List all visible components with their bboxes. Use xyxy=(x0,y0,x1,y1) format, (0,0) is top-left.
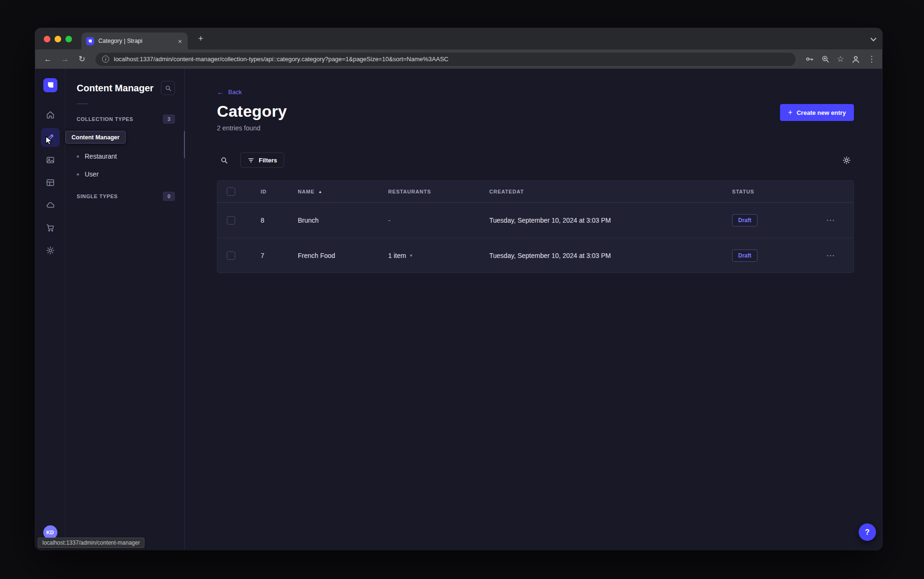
nav-home-button[interactable] xyxy=(41,105,60,124)
browser-tab[interactable]: Category | Strapi × xyxy=(81,32,188,49)
nav-marketplace-button[interactable] xyxy=(41,218,60,237)
nav-cloud-button[interactable] xyxy=(41,196,60,215)
cell-id: 8 xyxy=(261,217,264,224)
chevron-down-icon[interactable] xyxy=(870,35,876,41)
cell-id: 7 xyxy=(261,252,264,259)
filter-icon xyxy=(247,157,255,164)
url-text: localhost:1337/admin/content-manager/col… xyxy=(114,56,448,63)
row-actions-icon[interactable]: ⋯ xyxy=(826,218,835,223)
browser-menu-icon[interactable]: ⋮ xyxy=(868,55,876,63)
status-badge: Draft xyxy=(732,249,757,262)
search-icon xyxy=(165,85,172,92)
strapi-app: KD Content Manager COLLECT xyxy=(35,69,882,550)
browser-tab-strip: Category | Strapi × + xyxy=(35,28,882,49)
strapi-favicon-icon xyxy=(86,37,94,45)
toolbar-actions: ☆ ⋮ xyxy=(803,55,876,64)
header-createdat[interactable]: CREATEDAT xyxy=(489,189,524,194)
collection-types-count-badge: 3 xyxy=(163,114,175,124)
sidebar-item-restaurant[interactable]: Restaurant xyxy=(77,147,175,165)
reload-button[interactable]: ↻ xyxy=(76,54,88,64)
address-bar[interactable]: i localhost:1337/admin/content-manager/c… xyxy=(96,53,796,66)
sidebar-title: Content Manager xyxy=(77,83,153,94)
mouse-cursor xyxy=(44,136,54,146)
sidebar-search-button[interactable] xyxy=(161,81,175,95)
entries-table: ID NAME ▲ RESTAURANTS CREATEDAT STATUS 8 xyxy=(217,180,854,273)
header-id[interactable]: ID xyxy=(261,189,267,194)
create-new-entry-label: Create new entry xyxy=(797,109,846,116)
cell-createdat: Tuesday, September 10, 2024 at 3:03 PM xyxy=(489,217,611,224)
window-controls xyxy=(44,36,72,42)
table-row[interactable]: 8 Brunch - Tuesday, September 10, 2024 a… xyxy=(217,203,853,238)
browser-toolbar: ← → ↻ i localhost:1337/admin/content-man… xyxy=(35,49,882,69)
view-settings-button[interactable] xyxy=(839,153,854,168)
page-title: Category xyxy=(217,102,287,121)
plus-icon: + xyxy=(788,109,792,116)
table-row[interactable]: 7 French Food 1 item ▾ Tuesday, Septembe… xyxy=(217,238,853,273)
create-new-entry-button[interactable]: + Create new entry xyxy=(780,104,854,121)
new-tab-button[interactable]: + xyxy=(198,34,203,43)
fullscreen-window-button[interactable] xyxy=(65,36,72,42)
help-button[interactable]: ? xyxy=(859,523,876,541)
table-search-button[interactable] xyxy=(217,153,231,167)
cell-restaurants: - xyxy=(388,217,390,224)
row-checkbox[interactable] xyxy=(227,251,235,260)
back-arrow-icon: ← xyxy=(217,89,224,95)
sidebar-item-user[interactable]: User xyxy=(77,165,175,183)
forward-button[interactable]: → xyxy=(59,55,71,64)
minimize-window-button[interactable] xyxy=(55,36,61,42)
bullet-icon xyxy=(77,173,79,176)
nav-tooltip: Content Manager xyxy=(65,131,126,144)
strapi-logo[interactable] xyxy=(43,78,57,92)
back-link[interactable]: ← Back xyxy=(217,88,242,96)
nav-settings-button[interactable] xyxy=(41,241,60,260)
row-actions-icon[interactable]: ⋯ xyxy=(826,253,835,258)
header-status[interactable]: STATUS xyxy=(732,189,754,194)
filters-label: Filters xyxy=(259,157,277,164)
layout-icon xyxy=(46,178,55,187)
cloud-icon xyxy=(46,201,55,210)
back-button[interactable]: ← xyxy=(42,55,54,64)
zoom-icon[interactable] xyxy=(821,55,830,64)
table-header-row: ID NAME ▲ RESTAURANTS CREATEDAT STATUS xyxy=(217,181,853,203)
filters-button[interactable]: Filters xyxy=(240,153,284,168)
sidebar-item-label: User xyxy=(85,170,99,178)
entries-count: 2 entries found xyxy=(217,124,287,132)
back-link-label: Back xyxy=(228,88,242,96)
home-icon xyxy=(46,110,55,120)
list-toolbar: Filters xyxy=(217,153,854,168)
main-content: ← Back Category 2 entries found + Create… xyxy=(185,69,882,550)
image-icon xyxy=(46,155,55,165)
header-name[interactable]: NAME xyxy=(298,189,315,194)
tab-close-icon[interactable]: × xyxy=(177,37,183,45)
desktop-background: Category | Strapi × + ← → ↻ i localhost:… xyxy=(0,0,924,579)
single-types-count-badge: 0 xyxy=(163,192,175,201)
shopping-cart-icon xyxy=(46,223,55,233)
cell-name: French Food xyxy=(298,252,335,259)
tab-title: Category | Strapi xyxy=(98,38,173,44)
sidebar-item-label: Restaurant xyxy=(85,153,117,160)
single-types-heading: SINGLE TYPES xyxy=(77,193,118,199)
browser-window: Category | Strapi × + ← → ↻ i localhost:… xyxy=(35,28,882,550)
caret-down-icon[interactable]: ▾ xyxy=(410,253,412,258)
gear-icon xyxy=(46,246,55,255)
profile-avatar-icon[interactable] xyxy=(851,55,860,64)
divider xyxy=(77,104,88,104)
site-info-icon[interactable]: i xyxy=(102,56,109,63)
link-preview-status-bar: localhost:1337/admin/content-manager xyxy=(38,538,144,548)
search-icon xyxy=(220,156,228,164)
select-all-checkbox[interactable] xyxy=(227,187,235,196)
cell-name: Brunch xyxy=(298,217,319,224)
row-checkbox[interactable] xyxy=(227,216,235,225)
page-header: Category 2 entries found xyxy=(217,102,287,132)
collection-types-heading: COLLECTION TYPES xyxy=(77,116,133,122)
cell-createdat: Tuesday, September 10, 2024 at 3:03 PM xyxy=(489,252,611,259)
password-key-icon[interactable] xyxy=(805,55,814,64)
gear-icon xyxy=(842,156,851,165)
nav-media-library-button[interactable] xyxy=(41,151,60,169)
sort-ascending-icon[interactable]: ▲ xyxy=(319,190,322,194)
header-restaurants[interactable]: RESTAURANTS xyxy=(388,189,431,194)
cell-restaurants: 1 item xyxy=(388,252,406,259)
nav-content-type-builder-button[interactable] xyxy=(41,173,60,192)
close-window-button[interactable] xyxy=(44,36,50,42)
bookmark-star-icon[interactable]: ☆ xyxy=(837,55,844,63)
